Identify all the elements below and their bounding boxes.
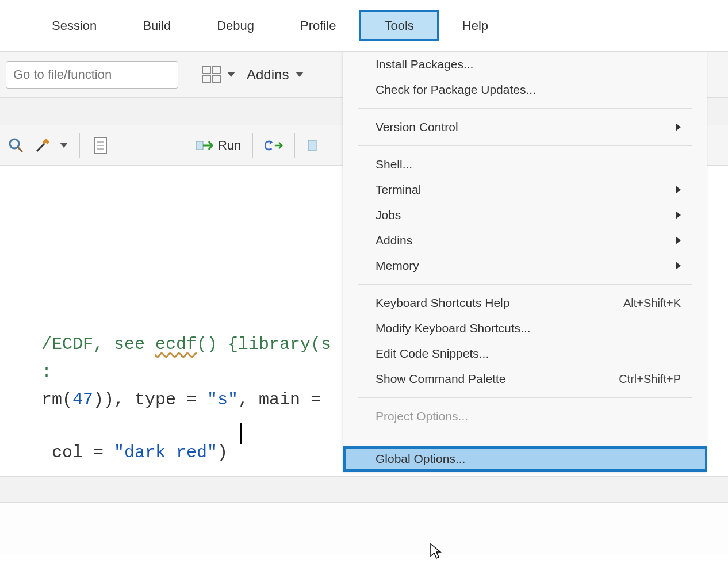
separator xyxy=(79,133,80,158)
code-text: "dark red" xyxy=(114,443,217,462)
menu-item-label: Project Options... xyxy=(376,409,468,423)
menu-item-label: Keyboard Shortcuts Help xyxy=(376,296,509,310)
menu-item-label: Global Options... xyxy=(376,452,465,466)
goto-file-input[interactable] xyxy=(6,61,178,89)
svg-rect-2 xyxy=(202,76,210,83)
chevron-right-icon xyxy=(676,236,681,244)
svg-rect-0 xyxy=(202,67,210,74)
code-text: rm( xyxy=(41,390,72,409)
menu-separator xyxy=(358,108,692,109)
menu-addins[interactable]: Addins xyxy=(343,228,707,253)
menu-build[interactable]: Build xyxy=(120,10,194,41)
menu-version-control[interactable]: Version Control xyxy=(343,114,707,140)
menu-debug[interactable]: Debug xyxy=(194,10,277,41)
menu-item-label: Shell... xyxy=(376,158,412,171)
code-text: , main = xyxy=(238,390,331,409)
rerun-icon[interactable] xyxy=(265,136,283,155)
code-text: )), type = xyxy=(93,390,207,409)
chevron-down-icon xyxy=(60,143,68,148)
menu-session[interactable]: Session xyxy=(29,10,120,41)
menu-terminal[interactable]: Terminal xyxy=(343,177,707,202)
menu-separator xyxy=(358,145,692,146)
menu-bar: Session Build Debug Profile Tools Help xyxy=(0,0,728,52)
find-icon[interactable] xyxy=(7,136,25,155)
menu-item-shortcut: Alt+Shift+K xyxy=(623,297,681,310)
svg-line-6 xyxy=(37,143,45,151)
chevron-right-icon xyxy=(676,262,681,270)
menu-item-label: Edit Code Snippets... xyxy=(376,347,489,361)
chevron-right-icon xyxy=(676,123,681,131)
menu-jobs[interactable]: Jobs xyxy=(343,202,707,228)
menu-item-label: Modify Keyboard Shortcuts... xyxy=(376,321,531,335)
menu-item-label: Terminal xyxy=(376,183,421,197)
toolbar-divider xyxy=(190,61,190,89)
code-text: () {library(s xyxy=(197,335,331,354)
run-icon xyxy=(195,138,214,153)
tools-dropdown-menu: Install Packages... Check for Package Up… xyxy=(343,52,707,472)
menu-separator xyxy=(358,284,692,285)
magic-wand-icon[interactable] xyxy=(33,136,52,155)
workspace-panes-button[interactable] xyxy=(202,66,235,83)
addins-label: Addins xyxy=(247,67,289,83)
svg-rect-15 xyxy=(196,141,203,150)
code-text: ) xyxy=(217,443,228,462)
svg-rect-3 xyxy=(213,76,221,83)
run-label: Run xyxy=(218,138,241,153)
mouse-pointer-icon xyxy=(430,543,442,562)
separator xyxy=(252,133,253,158)
menu-separator xyxy=(358,397,692,398)
menu-item-label: Show Command Palette xyxy=(376,372,505,386)
text-cursor xyxy=(240,423,242,444)
chevron-right-icon xyxy=(676,211,681,219)
svg-rect-16 xyxy=(308,140,316,151)
menu-item-label: Memory xyxy=(376,259,419,273)
source-icon[interactable] xyxy=(306,136,325,155)
run-button[interactable]: Run xyxy=(195,138,241,153)
code-text: col = xyxy=(41,443,114,462)
menu-global-options[interactable]: Global Options... xyxy=(343,446,707,472)
menu-item-label: Addins xyxy=(376,233,412,247)
menu-edit-snippets[interactable]: Edit Code Snippets... xyxy=(343,341,707,366)
chevron-down-icon xyxy=(227,72,235,77)
code-text: "s" xyxy=(207,390,238,409)
menu-item-label: Version Control xyxy=(376,120,458,134)
menu-check-updates[interactable]: Check for Package Updates... xyxy=(343,77,707,102)
menu-install-packages[interactable]: Install Packages... xyxy=(343,52,707,77)
menu-item-shortcut: Ctrl+Shift+P xyxy=(619,373,681,386)
code-text: /ECDF, see xyxy=(41,335,155,354)
chevron-right-icon xyxy=(676,186,681,194)
menu-tools[interactable]: Tools xyxy=(359,10,439,41)
menu-shell[interactable]: Shell... xyxy=(343,152,707,177)
menu-item-label: Jobs xyxy=(376,208,401,222)
menu-item-label: Check for Package Updates... xyxy=(376,83,536,97)
lower-panel xyxy=(0,503,728,554)
code-text: 47 xyxy=(72,390,93,409)
svg-rect-1 xyxy=(213,67,221,74)
separator xyxy=(294,133,295,158)
svg-line-5 xyxy=(18,147,22,152)
chevron-down-icon xyxy=(296,72,304,77)
menu-project-options: Project Options... xyxy=(343,404,707,429)
code-text: ecdf xyxy=(155,335,197,354)
menu-keyboard-shortcuts-help[interactable]: Keyboard Shortcuts Help Alt+Shift+K xyxy=(343,290,707,316)
addins-dropdown[interactable]: Addins xyxy=(247,67,304,83)
menu-profile[interactable]: Profile xyxy=(277,10,359,41)
svg-point-4 xyxy=(10,139,19,148)
notebook-icon[interactable] xyxy=(91,136,110,155)
menu-item-label: Install Packages... xyxy=(376,58,473,71)
menu-memory[interactable]: Memory xyxy=(343,253,707,278)
menu-help[interactable]: Help xyxy=(439,10,511,41)
grid-icon xyxy=(202,66,223,83)
menu-modify-shortcuts[interactable]: Modify Keyboard Shortcuts... xyxy=(343,316,707,341)
menu-command-palette[interactable]: Show Command Palette Ctrl+Shift+P xyxy=(343,366,707,392)
